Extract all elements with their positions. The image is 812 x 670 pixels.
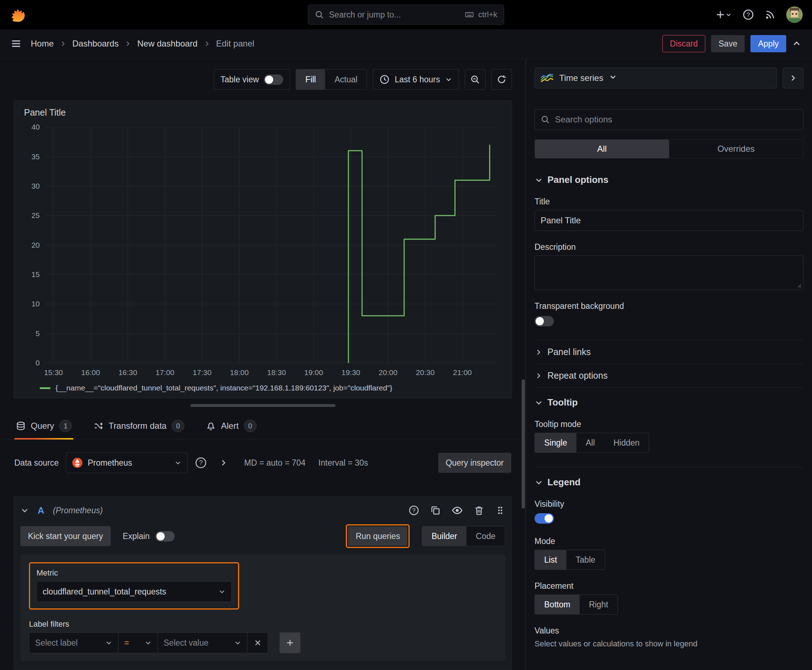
description-textarea[interactable] [534, 255, 804, 290]
table-view-control[interactable]: Table view [214, 69, 290, 90]
top-bar: Search or jump to... ctrl+k ? [0, 0, 812, 29]
placement-bottom-option[interactable]: Bottom [535, 595, 580, 614]
time-range-picker[interactable]: Last 6 hours [373, 69, 459, 90]
legend-series-label[interactable]: {__name__="cloudflared_tunnel_total_requ… [56, 384, 392, 392]
chevron-right-icon [534, 372, 542, 380]
prometheus-icon [72, 457, 83, 468]
duplicate-query-icon[interactable] [430, 505, 441, 516]
global-search[interactable]: Search or jump to... ctrl+k [308, 5, 504, 25]
tab-query[interactable]: Query 1 [14, 415, 73, 439]
collapse-options-button[interactable] [783, 68, 804, 88]
tab-alert-label: Alert [221, 421, 239, 431]
tab-query-label: Query [31, 421, 54, 431]
operator-dropdown[interactable]: = [119, 633, 158, 653]
chevron-up-icon[interactable] [792, 39, 801, 48]
help-icon[interactable]: ? [742, 9, 754, 20]
bell-icon [206, 421, 216, 431]
remove-filter-button[interactable] [247, 633, 268, 653]
legend-section-header[interactable]: Legend [534, 477, 804, 488]
panel-title: Panel Title [21, 107, 504, 122]
query-inspector-button[interactable]: Query inspector [438, 453, 511, 473]
svg-text:15:30: 15:30 [44, 368, 63, 377]
all-overrides-tabs: All Overrides [534, 139, 804, 159]
legend-values-help: Select values or calculations to show in… [534, 639, 804, 648]
svg-text:17:30: 17:30 [193, 368, 212, 377]
visualization-picker[interactable]: Time series [534, 68, 777, 88]
search-placeholder: Search or jump to... [329, 10, 459, 20]
select-label-dropdown[interactable]: Select label [29, 633, 119, 653]
resize-handle-icon[interactable] [796, 283, 802, 288]
chevron-right-icon [789, 74, 797, 82]
timeseries-chart: 051015202530354015:3016:0016:3017:0017:3… [21, 122, 504, 380]
legend-visibility-toggle[interactable] [534, 513, 554, 524]
zoom-out-button[interactable] [465, 69, 485, 90]
panel-title-input[interactable] [534, 210, 804, 231]
tab-overrides[interactable]: Overrides [669, 140, 804, 158]
run-queries-button[interactable]: Run queries [348, 526, 407, 546]
grafana-logo-icon[interactable] [9, 7, 26, 23]
options-search-input[interactable] [555, 115, 797, 125]
add-filter-button[interactable] [280, 633, 300, 653]
add-menu-button[interactable] [715, 10, 732, 20]
builder-option[interactable]: Builder [422, 526, 466, 546]
panel-options-header[interactable]: Panel options [534, 174, 804, 185]
svg-text:20: 20 [32, 241, 40, 249]
discard-button[interactable]: Discard [662, 35, 705, 52]
fill-option[interactable]: Fill [296, 69, 325, 90]
datasource-help-icon[interactable]: ? [195, 457, 207, 469]
query-count-badge: 1 [59, 420, 72, 432]
refresh-button[interactable] [491, 69, 512, 90]
chevron-right-icon[interactable] [219, 459, 228, 467]
placement-right-option[interactable]: Right [580, 595, 618, 614]
horizontal-scrollbar[interactable] [190, 404, 336, 407]
legend-table-option[interactable]: Table [566, 550, 605, 569]
tooltip-single-option[interactable]: Single [535, 433, 576, 452]
svg-text:18:00: 18:00 [230, 368, 249, 377]
delete-query-icon[interactable] [474, 505, 485, 516]
select-value-dropdown[interactable]: Select value [158, 633, 247, 653]
chevron-down-icon [609, 73, 617, 83]
user-avatar[interactable] [786, 7, 803, 23]
tooltip-hidden-option[interactable]: Hidden [604, 433, 649, 452]
legend-series-swatch [40, 387, 51, 389]
svg-text:17:00: 17:00 [155, 368, 175, 377]
alert-count-badge: 0 [244, 420, 257, 432]
legend-values-label: Values [534, 626, 804, 636]
breadcrumb-new-dashboard[interactable]: New dashboard [137, 39, 197, 49]
repeat-options-row[interactable]: Repeat options [534, 364, 804, 387]
breadcrumb-dashboards[interactable]: Dashboards [72, 39, 119, 49]
panel-links-row[interactable]: Panel links [534, 340, 804, 364]
tooltip-section-header[interactable]: Tooltip [534, 397, 804, 408]
tab-all[interactable]: All [535, 140, 669, 158]
tooltip-all-option[interactable]: All [576, 433, 604, 452]
query-help-icon[interactable]: ? [409, 505, 419, 516]
hamburger-menu-icon[interactable] [11, 38, 22, 49]
transform-icon [93, 421, 103, 431]
drag-handle-icon[interactable] [495, 505, 505, 515]
breadcrumb-edit-panel: Edit panel [216, 39, 254, 49]
metric-value: cloudflared_tunnel_total_requests [42, 587, 166, 597]
transparent-background-toggle[interactable] [534, 316, 554, 327]
metric-select[interactable]: cloudflared_tunnel_total_requests [37, 581, 232, 602]
vertical-scrollbar[interactable] [522, 379, 525, 509]
actual-option[interactable]: Actual [325, 69, 367, 90]
apply-button[interactable]: Apply [751, 35, 786, 52]
save-button[interactable]: Save [711, 35, 745, 52]
legend-list-option[interactable]: List [535, 550, 566, 569]
options-search[interactable] [534, 109, 804, 130]
tab-transform-data[interactable]: Transform data 0 [92, 415, 186, 439]
broadcast-icon[interactable] [765, 9, 775, 20]
breadcrumb-home[interactable]: Home [31, 39, 54, 49]
hide-query-icon[interactable] [451, 505, 463, 516]
chevron-down-icon[interactable] [20, 506, 29, 515]
kick-start-query-button[interactable]: Kick start your query [20, 526, 111, 546]
explain-toggle[interactable] [155, 531, 175, 541]
tab-alert[interactable]: Alert 0 [204, 415, 258, 439]
datasource-picker[interactable]: Prometheus [66, 452, 188, 473]
table-view-toggle[interactable] [264, 74, 283, 85]
interval-stat: Interval = 30s [318, 458, 368, 468]
svg-text:0: 0 [36, 359, 40, 367]
code-option[interactable]: Code [466, 526, 505, 546]
editor-tabs: Query 1 Transform data 0 Alert 0 [0, 415, 526, 440]
select-value-placeholder: Select value [164, 638, 209, 648]
